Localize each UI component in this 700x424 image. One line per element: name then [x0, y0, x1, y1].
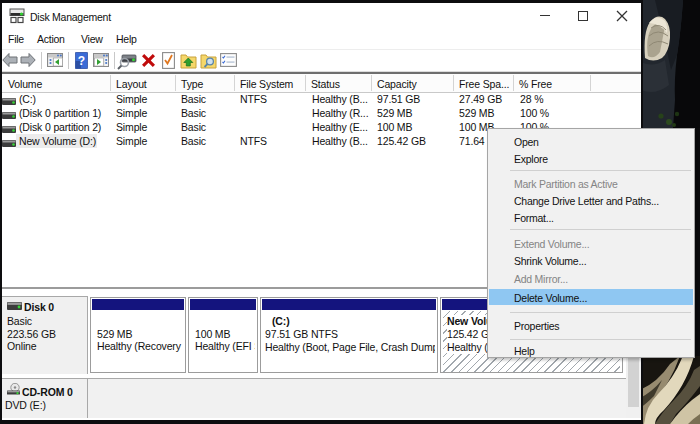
- svg-text:?: ?: [78, 54, 85, 68]
